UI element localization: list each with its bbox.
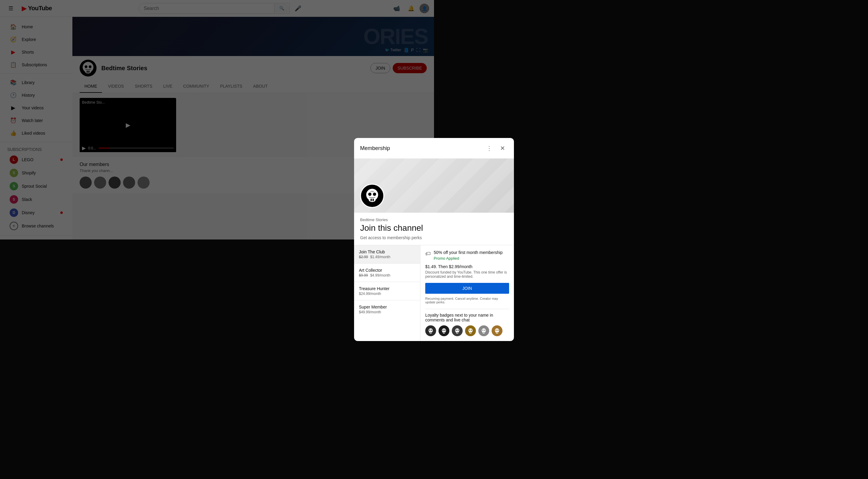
modal-join-title: Join this channel	[360, 223, 434, 233]
modal-body: Bedtime Stories Join this channel Get ac…	[354, 213, 434, 240]
svg-point-8	[368, 193, 372, 196]
svg-point-7	[369, 198, 376, 202]
modal-header: Membership ⋮ ✕	[354, 138, 434, 159]
modal-overlay[interactable]: Membership ⋮ ✕	[0, 0, 434, 240]
svg-point-12	[370, 191, 374, 192]
modal-title: Membership	[360, 145, 390, 151]
modal-channel-name: Bedtime Stories	[360, 217, 434, 222]
modal-skull-svg	[363, 187, 381, 205]
svg-rect-10	[371, 199, 372, 201]
modal-banner	[354, 159, 434, 213]
svg-rect-11	[372, 199, 374, 201]
svg-point-9	[373, 193, 376, 196]
membership-modal: Membership ⋮ ✕	[354, 138, 434, 240]
modal-join-subtitle: Get access to membership perks	[360, 235, 434, 240]
modal-channel-avatar	[360, 184, 384, 208]
